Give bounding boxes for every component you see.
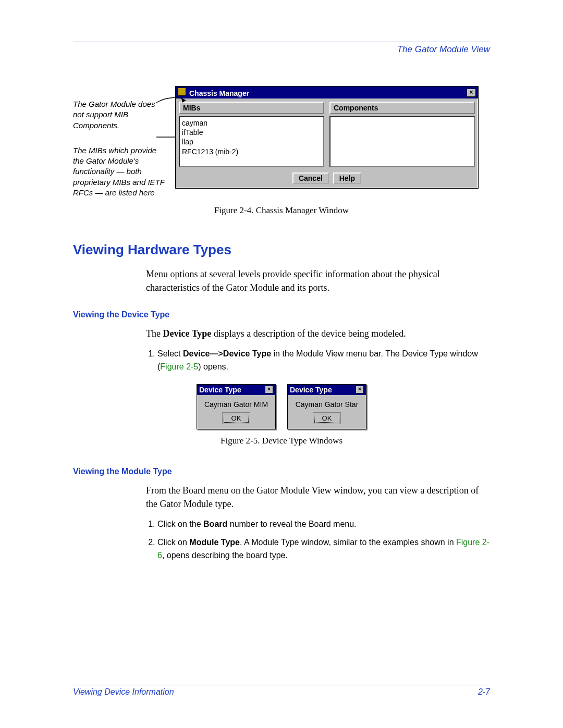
- device-type-windows: Device Type × Cayman Gator MIM OK Device…: [73, 384, 490, 429]
- term-module-type: Module Type: [189, 538, 240, 547]
- subsection-2-heading: Viewing the Module Type: [73, 467, 490, 476]
- list-item[interactable]: llap: [182, 137, 321, 146]
- text: number to reveal the Board menu.: [227, 520, 356, 528]
- running-header: The Gator Module View: [73, 44, 490, 55]
- list-item[interactable]: ifTable: [182, 128, 321, 137]
- term-device-type: Device Type: [163, 328, 211, 339]
- text: , opens describing the board type.: [162, 551, 288, 560]
- footer-section: Viewing Device Information: [73, 687, 174, 697]
- window-body: Cayman Gator Star OK: [288, 395, 366, 429]
- components-list[interactable]: [329, 116, 475, 167]
- cancel-button[interactable]: Cancel: [292, 172, 329, 184]
- subsection-1-steps: Select Device—>Device Type in the Module…: [146, 348, 490, 374]
- menu-path: Device—>Device Type: [183, 349, 271, 358]
- window-body: Cayman Gator MIM OK: [197, 395, 275, 429]
- window-titlebar[interactable]: Device Type ×: [197, 385, 275, 395]
- window-titlebar[interactable]: Chassis Manager ×: [176, 87, 478, 98]
- window-titlebar[interactable]: Device Type ×: [288, 385, 366, 395]
- subsection-1-heading: Viewing the Device Type: [73, 310, 490, 319]
- components-column: Components: [329, 102, 475, 167]
- step: Click on the Board number to reveal the …: [157, 518, 490, 531]
- ok-button[interactable]: OK: [314, 414, 340, 423]
- page-content: The Gator Module View The Gator Module d…: [73, 42, 490, 572]
- device-type-value: Cayman Gator Star: [290, 400, 364, 409]
- figure-2-5-caption: Figure 2-5. Device Type Windows: [73, 436, 490, 446]
- list-item[interactable]: RFC1213 (mib-2): [182, 147, 321, 156]
- step: Click on Module Type. A Module Type wind…: [157, 536, 490, 562]
- text: . A Module Type window, similar to the e…: [240, 538, 456, 547]
- window-title-text: Device Type: [290, 386, 332, 394]
- chassis-manager-window: Chassis Manager × MIBs cayman ifTable ll…: [175, 86, 479, 189]
- close-icon[interactable]: ×: [467, 89, 476, 97]
- page-footer: Viewing Device Information 2-7: [73, 685, 490, 697]
- section-intro: Menu options at several levels provide s…: [146, 267, 490, 294]
- close-icon[interactable]: ×: [265, 386, 273, 393]
- mibs-list[interactable]: cayman ifTable llap RFC1213 (mib-2): [179, 116, 324, 167]
- step: Select Device—>Device Type in the Module…: [157, 348, 490, 374]
- margin-notes: The Gator Module does not support MIB Co…: [73, 86, 166, 198]
- device-type-window-1: Device Type × Cayman Gator MIM OK: [197, 384, 276, 429]
- window-title-text: Device Type: [199, 386, 241, 394]
- app-icon: [178, 88, 186, 96]
- mibs-column: MIBs cayman ifTable llap RFC1213 (mib-2): [179, 102, 324, 167]
- text: Click on: [157, 538, 189, 547]
- text: The: [146, 328, 163, 339]
- window-title: Chassis Manager: [178, 88, 249, 97]
- subsection-1-intro: The Device Type displays a description o…: [146, 327, 490, 340]
- figure-xref[interactable]: Figure 2-5: [160, 362, 198, 371]
- term-board: Board: [203, 520, 227, 528]
- margin-note-1: The Gator Module does not support MIB Co…: [73, 99, 166, 131]
- figure-2-4-block: The Gator Module does not support MIB Co…: [73, 86, 490, 198]
- text: ) opens.: [198, 362, 228, 371]
- window-body: MIBs cayman ifTable llap RFC1213 (mib-2)…: [176, 98, 478, 170]
- margin-note-2: The MIBs which provide the Gator Module'…: [73, 145, 166, 198]
- figure-2-4-caption: Figure 2-4. Chassis Manager Window: [73, 205, 490, 216]
- text: displays a description of the device bei…: [211, 328, 406, 339]
- components-label[interactable]: Components: [329, 102, 475, 114]
- text: Click on the: [157, 520, 203, 528]
- subsection-2-steps: Click on the Board number to reveal the …: [146, 518, 490, 562]
- device-type-window-2: Device Type × Cayman Gator Star OK: [287, 384, 366, 429]
- header-rule: [73, 42, 490, 42]
- section-heading: Viewing Hardware Types: [73, 242, 490, 258]
- list-item[interactable]: cayman: [182, 118, 321, 128]
- text: Select: [157, 349, 183, 358]
- close-icon[interactable]: ×: [356, 386, 364, 393]
- device-type-value: Cayman Gator MIM: [199, 400, 273, 409]
- subsection-2-intro: From the Board menu on the Gator Module …: [146, 484, 490, 511]
- window-title-text: Chassis Manager: [189, 89, 249, 97]
- page-number: 2-7: [478, 687, 490, 697]
- help-button[interactable]: Help: [333, 172, 361, 184]
- mibs-label[interactable]: MIBs: [179, 102, 324, 114]
- ok-button[interactable]: OK: [224, 414, 249, 423]
- footer-rule: [73, 685, 490, 685]
- window-buttons: Cancel Help: [176, 170, 478, 188]
